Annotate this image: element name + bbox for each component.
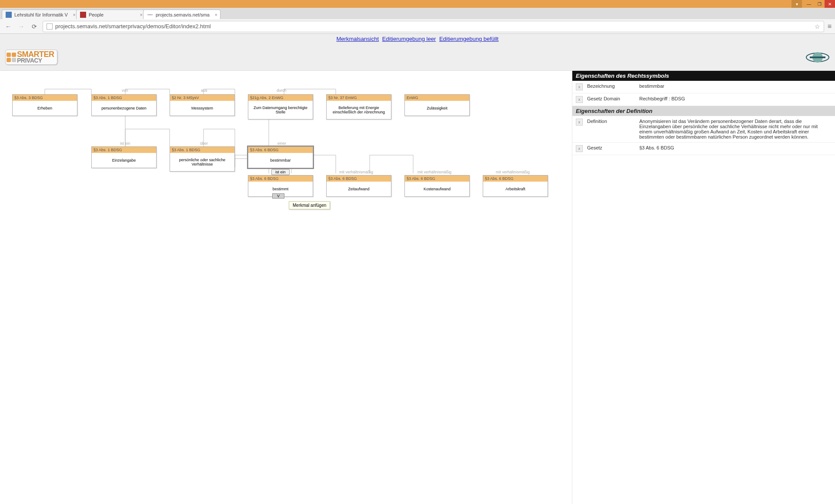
address-bar: ← → ⟳ projects.semavis.net/smarterprivac… [0, 19, 835, 34]
prop-key: Gesetz [587, 145, 639, 150]
svg-rect-2 [810, 56, 825, 58]
link-editierumgebung-leer[interactable]: Editierumgebung leer [382, 36, 436, 42]
edge-label-von: von [122, 88, 128, 93]
node-belieferung[interactable]: §3 Nr. 37 EnWG Belieferung mit Energie e… [326, 94, 391, 119]
close-window-button[interactable]: ✕ [825, 0, 835, 8]
prop-val[interactable]: Anonymisieren ist das Verändern personen… [639, 119, 832, 139]
node-verhaeltnisse[interactable]: §3 Abs. 1 BDSG persönliche oder sachlich… [170, 146, 235, 172]
node-head: §3 Abs. 3 BDSG [13, 95, 77, 101]
forward-button[interactable]: → [17, 22, 26, 31]
node-body: Arbeitskraft [483, 182, 548, 196]
close-tab-icon[interactable]: × [140, 12, 142, 17]
prop-key: Gesetz Domain [587, 96, 639, 101]
node-zeitaufwand[interactable]: §3 Abs. 6 BDSG Zeitaufwand [326, 175, 391, 197]
relation-pill-ist-ein[interactable]: ist ein [271, 169, 290, 175]
prop-key: Definition [587, 119, 639, 124]
panel-header-definition: Eigenschaften der Definition [572, 106, 835, 116]
bookmark-icon[interactable]: ☆ [815, 23, 820, 30]
node-head: §3 Abs. 1 BDSG [92, 147, 156, 153]
node-body: Zulässigkeit [405, 101, 469, 116]
edge-label-mit1: mit verhältnismäßig [339, 170, 373, 174]
url-text: projects.semavis.net/smarterprivacy/demo… [55, 23, 211, 30]
node-head: §3 Abs. 6 BDSG [248, 147, 313, 153]
node-berechtigte-stelle[interactable]: §21g Abs. 2 EnWG Zum Datenumgang berecht… [248, 94, 313, 119]
prop-row-bezeichnung: x Bezeichnung bestimmbar [572, 81, 835, 93]
prop-row-gesetz: x Gesetz §3 Abs. 6 BDSG [572, 143, 835, 155]
semavis-logo [805, 49, 830, 66]
prop-val[interactable]: bestimmbar [639, 83, 832, 89]
user-icon[interactable]: ▾ [792, 0, 802, 8]
browser-tab-2[interactable]: People × [76, 10, 146, 19]
logo-line2: PRIVACY [17, 58, 54, 63]
node-body: Zeitaufwand [327, 182, 391, 196]
reload-button[interactable]: ⟳ [30, 22, 39, 31]
node-body: Einzelangabe [92, 153, 156, 168]
node-erheben[interactable]: §3 Abs. 3 BDSG Erheben [12, 94, 77, 116]
node-head: §3 Nr. 37 EnWG [327, 95, 391, 101]
favicon-icon [147, 14, 153, 15]
node-arbeitskraft[interactable]: §3 Abs. 6 BDSG Arbeitskraft [483, 175, 548, 197]
edge-label-durch: durch [277, 88, 287, 93]
delete-prop-button[interactable]: x [576, 96, 583, 103]
link-editierumgebung-befuellt[interactable]: Editierumgebung befüllt [439, 36, 499, 42]
node-head: §3 Abs. 6 BDSG [405, 176, 469, 182]
delete-prop-button[interactable]: x [576, 83, 583, 90]
edge-label-mit3: mit verhältnismäßig [496, 170, 530, 174]
node-zulaessigkeit[interactable]: EnWG Zulässigkeit [404, 94, 470, 116]
edge-label-ist-ein: ist ein [120, 141, 130, 146]
node-body: Kostenaufwand [405, 182, 469, 196]
node-head: §3 Abs. 6 BDSG [327, 176, 391, 182]
prop-row-definition: x Definition Anonymisieren ist das Verän… [572, 116, 835, 143]
menu-icon[interactable]: ≡ [828, 23, 832, 30]
delete-prop-button[interactable]: x [576, 119, 583, 126]
url-input[interactable]: projects.semavis.net/smarterprivacy/demo… [43, 21, 824, 32]
favicon-icon [6, 12, 12, 18]
panel-header-rechtssymbol: Eigenschaften des Rechtssymbols [572, 71, 835, 81]
tab-title: Lehrstuhl für Informatik V [14, 12, 68, 17]
view-links: Merkmalsansicht Editierumgebung leer Edi… [0, 34, 835, 44]
favicon-icon [80, 12, 86, 18]
close-tab-icon[interactable]: × [73, 12, 75, 17]
node-body: Erheben [13, 101, 77, 116]
edge-label-mit2: mit verhältnismäßig [418, 170, 451, 174]
tab-strip: Lehrstuhl für Informatik V × People × pr… [0, 8, 835, 19]
tab-title: People [89, 12, 104, 17]
node-head: §3 Abs. 1 BDSG [92, 95, 156, 101]
node-body: Messsystem [170, 101, 234, 116]
header: SMARTER PRIVACY [0, 44, 835, 71]
prop-val[interactable]: Rechtsbegriff : BDSG [639, 96, 832, 101]
node-messsystem[interactable]: §2 Nr. 3 MSysV Messsystem [170, 94, 235, 116]
node-bestimmbar[interactable]: §3 Abs. 6 BDSG bestimmbar [248, 146, 313, 168]
delete-prop-button[interactable]: x [576, 145, 583, 152]
node-body: Zum Datenumgang berechtigte Stelle [248, 101, 313, 119]
diagram-canvas[interactable]: §3 Abs. 3 BDSG Erheben §3 Abs. 1 BDSG pe… [0, 71, 572, 504]
node-kostenaufwand[interactable]: §3 Abs. 6 BDSG Kostenaufwand [404, 175, 470, 197]
node-head: §3 Abs. 6 BDSG [248, 176, 313, 182]
prop-val[interactable]: §3 Abs. 6 BDSG [639, 145, 832, 150]
back-button[interactable]: ← [3, 22, 13, 31]
properties-panel: Eigenschaften des Rechtssymbols x Bezeic… [572, 71, 835, 504]
node-head: EnWG [405, 95, 469, 101]
node-einzelangabe[interactable]: §3 Abs. 1 BDSG Einzelangabe [91, 146, 157, 168]
node-body: persönliche oder sachliche Verhältnisse [170, 153, 234, 171]
window-chrome-top: ▾ — ❐ ✕ [0, 0, 835, 8]
smarter-privacy-logo: SMARTER PRIVACY [5, 50, 57, 65]
node-head: §3 Abs. 1 BDSG [170, 147, 234, 153]
browser-tab-3[interactable]: projects.semavis.net/sma × [143, 10, 220, 19]
prop-row-gesetz-domain: x Gesetz Domain Rechtsbegriff : BDSG [572, 93, 835, 106]
edge-label-aus: aus [201, 88, 207, 93]
link-merkmalsansicht[interactable]: Merkmalsansicht [337, 36, 379, 42]
minimize-button[interactable]: — [804, 0, 814, 8]
close-tab-icon[interactable]: × [215, 12, 217, 17]
node-head: §3 Abs. 6 BDSG [483, 176, 548, 182]
edge-label-ueber: über [200, 141, 208, 146]
browser-tab-1[interactable]: Lehrstuhl für Informatik V × [2, 10, 79, 19]
edge-label-einer: einer [277, 141, 286, 146]
tab-title: projects.semavis.net/sma [156, 12, 210, 17]
node-body: Belieferung mit Energie einschließlich d… [327, 101, 391, 119]
expand-handle[interactable]: V [272, 193, 284, 199]
node-body: personenbezogene Daten [92, 101, 156, 116]
node-head: §2 Nr. 3 MSysV [170, 95, 234, 101]
maximize-button[interactable]: ❐ [814, 0, 825, 8]
node-personenbezogene-daten[interactable]: §3 Abs. 1 BDSG personenbezogene Daten [91, 94, 157, 116]
